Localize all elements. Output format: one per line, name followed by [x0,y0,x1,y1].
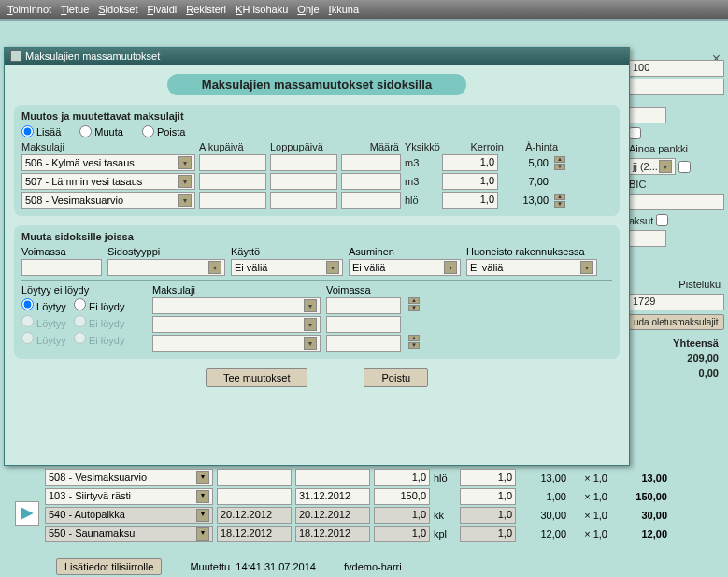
dialog-window-title: Maksulajien massamuutokset [25,50,160,62]
maksulaji-combo[interactable]: 508 - Vesimaksuarvio▾ [21,192,195,209]
row-spinner[interactable]: ▲▼ [408,297,420,314]
bg-checkbox1[interactable] [629,127,641,139]
maara-input[interactable] [341,173,401,190]
radio-muuta[interactable]: Muuta [79,125,123,137]
spinner-down-icon[interactable]: ▼ [554,201,565,208]
chevron-down-icon: ▾ [326,261,339,274]
radio-lisaa[interactable]: Lisää [21,125,61,137]
kerroin-input[interactable]: 1,0 [442,192,498,209]
bt-date2[interactable] [295,469,370,486]
lisatiedot-button[interactable]: Lisätiedot tilisiirrolle [56,558,162,575]
bt-maksulaji-combo[interactable]: 508 - Vesimaksuarvio▾ [45,469,213,486]
menu-rekisteri[interactable]: Rekisteri [186,4,226,15]
bt-maksulaji-combo[interactable]: 550 - Saunamaksu▾ [45,526,213,542]
poistu-button[interactable]: Poistu [364,368,428,387]
bg-checkbox3[interactable] [656,214,668,226]
menu-khisohaku[interactable]: KH isohaku [236,4,288,15]
bt-mult: × 1,0 [570,472,607,483]
kerroin-input[interactable]: 1,0 [442,154,498,171]
voimassa2-label: Voimassa [326,284,410,297]
bt-kerroin[interactable]: 1,0 [460,469,516,486]
bt-kerroin[interactable]: 1,0 [460,526,516,542]
bg-field-empty3[interactable] [629,230,666,247]
loytyy-maksulaji-combo[interactable]: ▾ [152,335,321,352]
bt-date1[interactable] [217,488,292,505]
radio-eiloydy-2[interactable]: Ei löydy [74,315,125,329]
loppupaiva-input[interactable] [270,173,337,190]
hinta-text: 5,00 [502,157,549,168]
bt-kerroin[interactable]: 1,0 [460,488,516,505]
status-bar: Lisätiedot tilisiirrolle Muutettu 14:41 … [56,558,715,575]
spinner-up-icon[interactable]: ▲ [554,156,565,163]
kerroin-input[interactable]: 1,0 [442,173,498,190]
loppupaiva-input[interactable] [270,192,337,209]
bg-field-100[interactable]: 100 [629,60,724,77]
bt-date2[interactable]: 18.12.2012 [295,526,370,542]
spinner-up-icon[interactable]: ▲ [554,194,565,200]
radio-loytyy-1[interactable]: Löytyy [21,298,66,312]
menu-tietue[interactable]: Tietue [61,4,89,15]
bg-checkbox2[interactable] [678,161,691,173]
pisteluku-field[interactable]: 1729 [629,294,724,310]
alkupaiva-input[interactable] [199,173,266,190]
spinner-down-icon[interactable]: ▼ [408,342,420,349]
radio-eiloydy-3[interactable]: Ei löydy [74,332,125,346]
row-spinner[interactable]: ▲▼ [554,194,565,208]
bt-maara[interactable]: 1,0 [374,469,430,486]
menu-ikkuna[interactable]: Ikkuna [329,4,359,15]
bt-date1[interactable]: 18.12.2012 [217,526,292,542]
tee-muutokset-button[interactable]: Tee muutokset [206,368,308,387]
alkupaiva-input[interactable] [199,192,266,209]
bt-maara[interactable]: 1,0 [374,526,430,542]
bt-maara[interactable]: 1,0 [374,507,430,524]
bg-combo-jj[interactable]: jj (2...▾ [629,158,676,175]
sidostyyppi-combo[interactable]: ▾ [107,259,225,276]
bt-date1[interactable] [217,469,292,486]
alkupaiva-input[interactable] [199,154,266,171]
radio-loytyy-3[interactable]: Löytyy [21,332,66,346]
menu-toiminnot[interactable]: Toiminnot [7,4,51,15]
menu-fivaldi[interactable]: Fivaldi [147,4,177,15]
bt-date1[interactable]: 20.12.2012 [217,507,292,524]
loytyy-maksulaji-combo[interactable]: ▾ [152,297,321,314]
maara-input[interactable] [341,154,401,171]
bt-total: 12,00 [611,528,667,540]
voimassa-input[interactable] [21,259,102,276]
maksulaji-combo[interactable]: 506 - Kylmä vesi tasaus▾ [21,154,195,171]
bg-field-empty2[interactable] [629,107,666,123]
menu-sidokset[interactable]: Sidokset [98,4,137,15]
bg-bic-field[interactable] [629,194,724,210]
bt-maksulaji-combo[interactable]: 103 - Siirtyvä rästi▾ [45,488,213,505]
spinner-up-icon[interactable]: ▲ [408,335,420,341]
spinner-down-icon[interactable]: ▼ [408,305,420,311]
oletusmaksulajit-button[interactable]: uda oletusmaksulajit [629,314,724,330]
row-spinner[interactable]: ▲▼ [408,335,420,352]
kaytto-combo[interactable]: Ei väliä▾ [231,259,343,276]
bt-yks: hlö [434,472,456,483]
user-label: fvdemo-harri [344,561,402,572]
bt-maksulaji-combo[interactable]: 540 - Autopaikka▾ [45,507,213,524]
bt-date2[interactable]: 20.12.2012 [295,507,370,524]
loytyy-voimassa-input[interactable] [326,297,401,314]
radio-poista[interactable]: Poista [142,125,186,137]
radio-eiloydy-1[interactable]: Ei löydy [74,298,125,312]
spinner-down-icon[interactable]: ▼ [554,164,565,170]
chevron-down-icon: ▾ [178,156,192,169]
yksikko-text: hlö [405,195,438,206]
menu-ohje[interactable]: Ohje [297,4,319,15]
loppupaiva-input[interactable] [270,154,337,171]
huoneisto-combo[interactable]: Ei väliä▾ [466,259,597,276]
bt-date2[interactable]: 31.12.2012 [295,488,370,505]
radio-loytyy-2[interactable]: Löytyy [21,315,66,329]
maara-input[interactable] [341,192,401,209]
bg-field-empty1[interactable] [629,79,724,95]
bt-maara[interactable]: 150,0 [374,488,430,505]
row-spinner[interactable]: ▲▼ [554,156,565,170]
loytyy-voimassa-input[interactable] [326,335,401,352]
bt-kerroin[interactable]: 1,0 [460,507,516,524]
maksulaji-combo[interactable]: 507 - Lämmin vesi tasaus▾ [21,173,195,190]
loytyy-maksulaji-combo[interactable]: ▾ [152,316,321,333]
asuminen-combo[interactable]: Ei väliä▾ [349,259,461,276]
spinner-up-icon[interactable]: ▲ [408,297,420,304]
loytyy-voimassa-input[interactable] [326,316,401,333]
